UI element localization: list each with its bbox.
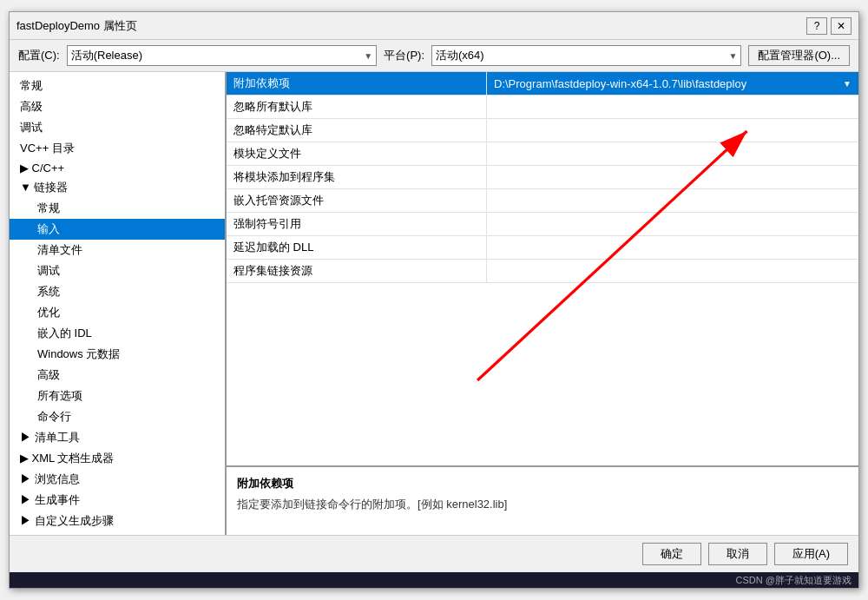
- platform-dropdown-arrow: ▼: [729, 51, 738, 61]
- footer: CSDN @胖子就知道要游戏: [10, 572, 858, 588]
- prop-value-7: [487, 236, 858, 259]
- desc-text: 指定要添加到链接命令行的附加项。[例如 kernel32.lib]: [237, 497, 848, 512]
- property-row-4[interactable]: 将模块添加到程序集: [227, 166, 858, 189]
- prop-name-6: 强制符号引用: [227, 213, 487, 235]
- apply-button[interactable]: 应用(A): [774, 543, 848, 565]
- prop-value-2: [487, 119, 858, 142]
- title-bar-buttons: ? ✕: [806, 17, 852, 35]
- config-value: 活动(Release): [71, 48, 142, 63]
- property-row-7[interactable]: 延迟加载的 DLL: [227, 236, 858, 260]
- tree-item-0[interactable]: 常规: [10, 76, 225, 96]
- prop-name-0: 附加依赖项: [227, 72, 487, 95]
- footer-text: CSDN @胖子就知道要游戏: [736, 575, 852, 585]
- prop-value-4: [487, 166, 858, 188]
- tree-item-3[interactable]: VC++ 目录: [10, 138, 225, 159]
- prop-name-2: 忽略特定默认库: [227, 119, 487, 142]
- config-bar: 配置(C): 活动(Release) ▼ 平台(P): 活动(x64) ▼ 配置…: [10, 40, 858, 71]
- tree-item-10[interactable]: 系统: [10, 281, 225, 302]
- help-button[interactable]: ?: [806, 17, 827, 35]
- property-list: 附加依赖项D:\Program\fastdeploy-win-x64-1.0.7…: [227, 72, 858, 283]
- prop-value-1: [487, 96, 858, 118]
- tree-item-14[interactable]: 高级: [10, 365, 225, 386]
- prop-name-5: 嵌入托管资源文件: [227, 189, 487, 212]
- title-bar: fastDeployDemo 属性页 ? ✕: [10, 12, 858, 40]
- tree-item-13[interactable]: Windows 元数据: [10, 344, 225, 365]
- prop-value-0[interactable]: D:\Program\fastdeploy-win-x64-1.0.7\lib\…: [487, 72, 858, 95]
- property-row-8[interactable]: 程序集链接资源: [227, 260, 858, 283]
- prop-name-7: 延迟加载的 DLL: [227, 236, 487, 259]
- right-top: 附加依赖项D:\Program\fastdeploy-win-x64-1.0.7…: [227, 72, 858, 465]
- platform-label: 平台(P):: [384, 48, 424, 63]
- property-row-3[interactable]: 模块定义文件: [227, 142, 858, 166]
- tree-item-17[interactable]: ▶ 清单工具: [10, 427, 225, 448]
- tree-item-19[interactable]: ▶ 浏览信息: [10, 469, 225, 490]
- prop-value-8: [487, 260, 858, 282]
- desc-title: 附加依赖项: [237, 476, 848, 491]
- right-panel: 附加依赖项D:\Program\fastdeploy-win-x64-1.0.7…: [227, 72, 858, 535]
- tree-item-21[interactable]: ▶ 自定义生成步骤: [10, 511, 225, 531]
- tree-item-4[interactable]: ▶ C/C++: [10, 159, 225, 177]
- prop-value-5: [487, 189, 858, 212]
- config-dropdown-arrow: ▼: [364, 51, 372, 61]
- platform-dropdown[interactable]: 活动(x64) ▼: [431, 45, 741, 66]
- property-row-0[interactable]: 附加依赖项D:\Program\fastdeploy-win-x64-1.0.7…: [227, 72, 858, 96]
- prop-name-4: 将模块添加到程序集: [227, 166, 487, 188]
- tree-item-1[interactable]: 高级: [10, 96, 225, 117]
- tree-item-8[interactable]: 清单文件: [10, 240, 225, 260]
- tree-item-9[interactable]: 调试: [10, 260, 225, 281]
- cancel-button[interactable]: 取消: [708, 543, 767, 565]
- property-row-1[interactable]: 忽略所有默认库: [227, 96, 858, 119]
- tree-item-12[interactable]: 嵌入的 IDL: [10, 323, 225, 344]
- config-dropdown[interactable]: 活动(Release) ▼: [67, 45, 377, 66]
- tree-item-20[interactable]: ▶ 生成事件: [10, 490, 225, 511]
- property-row-2[interactable]: 忽略特定默认库: [227, 119, 858, 142]
- prop-name-1: 忽略所有默认库: [227, 96, 487, 118]
- tree-item-5[interactable]: ▼ 链接器: [10, 177, 225, 198]
- config-label: 配置(C):: [18, 48, 60, 63]
- main-content: 常规高级调试VC++ 目录▶ C/C++▼ 链接器常规输入清单文件调试系统优化嵌…: [10, 71, 858, 535]
- prop-value-3: [487, 142, 858, 165]
- property-row-5[interactable]: 嵌入托管资源文件: [227, 189, 858, 213]
- prop-name-3: 模块定义文件: [227, 142, 487, 165]
- tree-item-7[interactable]: 输入: [10, 219, 225, 240]
- ok-button[interactable]: 确定: [642, 543, 701, 565]
- tree-item-6[interactable]: 常规: [10, 198, 225, 219]
- close-button[interactable]: ✕: [831, 17, 852, 35]
- tree-item-15[interactable]: 所有选项: [10, 386, 225, 406]
- window-title: fastDeployDemo 属性页: [16, 18, 137, 34]
- property-row-6[interactable]: 强制符号引用: [227, 213, 858, 236]
- prop-value-6: [487, 213, 858, 235]
- prop-dropdown-arrow-0[interactable]: ▼: [843, 79, 852, 89]
- tree-item-11[interactable]: 优化: [10, 302, 225, 323]
- tree-item-16[interactable]: 命令行: [10, 406, 225, 427]
- tree-item-18[interactable]: ▶ XML 文档生成器: [10, 448, 225, 469]
- right-bottom: 附加依赖项 指定要添加到链接命令行的附加项。[例如 kernel32.lib]: [227, 465, 858, 535]
- config-manager-button[interactable]: 配置管理器(O)...: [748, 45, 850, 66]
- platform-value: 活动(x64): [436, 48, 484, 63]
- dialog-window: fastDeployDemo 属性页 ? ✕ 配置(C): 活动(Release…: [9, 11, 859, 589]
- left-tree-panel: 常规高级调试VC++ 目录▶ C/C++▼ 链接器常规输入清单文件调试系统优化嵌…: [10, 72, 227, 535]
- tree-item-2[interactable]: 调试: [10, 117, 225, 138]
- prop-name-8: 程序集链接资源: [227, 260, 487, 282]
- bottom-bar: 确定 取消 应用(A): [10, 535, 858, 572]
